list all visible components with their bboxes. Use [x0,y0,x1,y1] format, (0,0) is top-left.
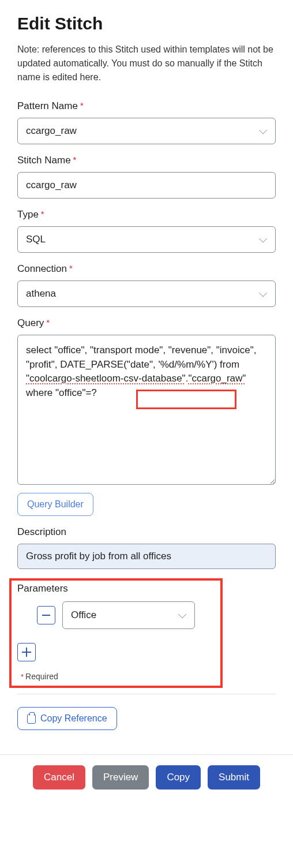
stitch-name-label: Stitch Name * [17,155,276,166]
cancel-button[interactable]: Cancel [33,765,85,790]
connection-label: Connection * [17,263,276,275]
required-star-icon: * [46,317,50,327]
add-parameter-button[interactable] [17,643,36,661]
copy-button[interactable]: Copy [156,765,201,790]
pattern-name-label: Pattern Name * [17,100,276,112]
type-label: Type * [17,209,276,220]
parameter-select[interactable]: Office [62,601,195,629]
required-star-icon: * [73,155,77,164]
plus-icon [26,648,27,657]
clipboard-icon [27,714,36,724]
query-builder-button[interactable]: Query Builder [17,493,93,516]
pattern-name-value: ccargo_raw [26,125,77,137]
connection-value: athena [26,288,56,300]
query-textarea[interactable]: select "office", "transport mode", "reve… [17,335,276,485]
copy-reference-button[interactable]: Copy Reference [17,707,117,730]
stitch-name-input[interactable] [17,172,276,199]
preview-button[interactable]: Preview [92,765,149,790]
divider [0,754,293,755]
remove-parameter-button[interactable] [37,606,55,624]
divider [17,694,276,694]
page-title: Edit Stitch [17,14,276,33]
description-label: Description [17,526,276,538]
note-text: Note: references to this Stitch used wit… [17,43,276,84]
pattern-name-select[interactable]: ccargo_raw [17,118,276,144]
connection-select[interactable]: athena [17,280,276,307]
parameter-value: Office [71,609,96,621]
required-star-icon: * [41,209,44,219]
submit-button[interactable]: Submit [208,765,260,790]
query-label: Query * [17,317,276,329]
minus-icon [42,615,50,616]
required-star-icon: * [80,100,84,110]
required-note: *Required [21,672,276,681]
required-star-icon: * [21,672,24,681]
description-input[interactable] [17,544,276,569]
parameters-label: Parameters [17,583,276,594]
type-select[interactable]: SQL [17,226,276,253]
required-star-icon: * [69,263,73,273]
type-value: SQL [26,234,46,245]
footer-actions: Cancel Preview Copy Submit [17,765,276,802]
